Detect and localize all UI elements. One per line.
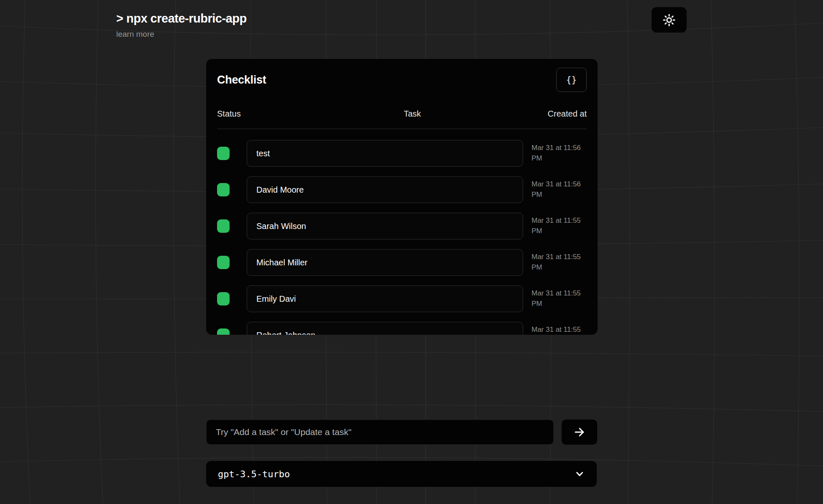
task-status-checkbox[interactable]	[217, 328, 230, 335]
app-title: > npx create-rubric-app	[116, 12, 247, 25]
model-select[interactable]: gpt-3.5-turbo	[206, 461, 597, 487]
task-row: Mar 31 at 11:55 PM	[217, 213, 587, 239]
column-header-status: Status	[217, 109, 317, 119]
model-select-value: gpt-3.5-turbo	[218, 469, 290, 479]
task-name-input[interactable]	[247, 176, 523, 203]
task-name-input[interactable]	[247, 322, 523, 335]
header-divider	[217, 129, 587, 129]
task-created-at: Mar 31 at 11:55 PM	[532, 288, 587, 309]
column-header-task: Task	[317, 109, 507, 119]
checklist-panel: Checklist {} Status Task Created at Mar …	[206, 59, 598, 335]
table-header-row: Status Task Created at	[217, 109, 587, 119]
task-created-at: Mar 31 at 11:56 PM	[532, 179, 587, 200]
task-row: Mar 31 at 11:56 PM	[217, 140, 587, 167]
task-row: Mar 31 at 11:55 PM	[217, 322, 587, 335]
task-status-checkbox[interactable]	[217, 147, 230, 160]
task-list: Mar 31 at 11:56 PM Mar 31 at 11:56 PM Ma…	[217, 140, 587, 335]
checklist-title: Checklist	[217, 74, 266, 87]
sun-icon	[663, 14, 675, 26]
task-created-at: Mar 31 at 11:55 PM	[532, 216, 587, 236]
task-created-at: Mar 31 at 11:55 PM	[532, 252, 587, 272]
task-name-input[interactable]	[247, 140, 523, 167]
task-name-input[interactable]	[247, 213, 523, 239]
task-command-input[interactable]	[206, 420, 554, 445]
submit-command-button[interactable]	[562, 420, 597, 445]
arrow-right-icon	[573, 426, 586, 438]
app-root: > npx create-rubric-app learn more Check…	[0, 0, 823, 504]
task-row: Mar 31 at 11:55 PM	[217, 285, 587, 312]
task-created-at: Mar 31 at 11:56 PM	[532, 143, 587, 163]
checklist-header: Checklist {}	[217, 67, 587, 92]
json-view-button[interactable]: {}	[556, 68, 587, 92]
task-name-input[interactable]	[247, 285, 523, 312]
chevron-down-icon	[574, 468, 585, 479]
header: > npx create-rubric-app learn more	[116, 12, 247, 39]
task-name-input[interactable]	[247, 249, 523, 276]
theme-toggle-button[interactable]	[652, 7, 687, 33]
task-row: Mar 31 at 11:55 PM	[217, 249, 587, 276]
task-status-checkbox[interactable]	[217, 292, 230, 305]
task-created-at: Mar 31 at 11:55 PM	[532, 325, 587, 335]
task-status-checkbox[interactable]	[217, 256, 230, 269]
task-row: Mar 31 at 11:56 PM	[217, 176, 587, 203]
task-status-checkbox[interactable]	[217, 183, 230, 196]
column-header-created-at: Created at	[507, 109, 587, 119]
task-status-checkbox[interactable]	[217, 219, 230, 233]
learn-more-link[interactable]: learn more	[116, 30, 154, 39]
